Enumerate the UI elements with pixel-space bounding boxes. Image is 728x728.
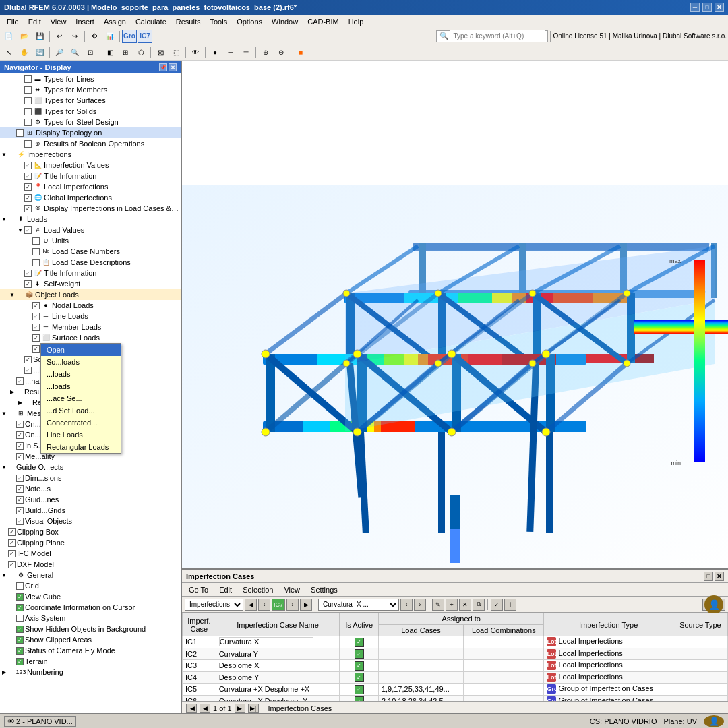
user-avatar[interactable]: 👤 bbox=[704, 715, 724, 727]
tree-coord-cursor[interactable]: Coordinate Information on Cursor bbox=[0, 602, 181, 613]
tree-loads[interactable]: ▼ ⬇ Loads bbox=[0, 214, 181, 224]
next-page-btn[interactable]: ▶ bbox=[235, 704, 245, 713]
info-btn[interactable]: i bbox=[504, 599, 516, 611]
open-btn[interactable]: 📂 bbox=[17, 30, 32, 43]
menu-edit[interactable]: Edit bbox=[24, 16, 45, 27]
load-del-btn[interactable]: ⊖ bbox=[274, 46, 289, 59]
tree-grid[interactable]: Grid bbox=[0, 580, 181, 591]
last-page-btn[interactable]: ▶| bbox=[248, 704, 259, 713]
minimize-btn[interactable]: ─ bbox=[690, 3, 700, 12]
tree-types-members[interactable]: ⬌ Types for Members bbox=[0, 84, 181, 95]
search-input[interactable] bbox=[450, 30, 545, 42]
tree-local-imperf[interactable]: 📍 Local Imperfections bbox=[0, 181, 181, 192]
tree-types-surfaces[interactable]: ⬜ Types for Surfaces bbox=[0, 95, 181, 106]
case-fwd-btn[interactable]: › bbox=[414, 599, 426, 611]
add-case-btn[interactable]: + bbox=[446, 599, 458, 611]
tree-self-weight[interactable]: ⬇ Self-weight bbox=[0, 278, 181, 289]
tree-title-info2[interactable]: 📝 Title Information bbox=[0, 268, 181, 278]
panel-menu-edit[interactable]: Edit bbox=[215, 584, 236, 595]
tree-visual-objects[interactable]: Visual Objects bbox=[0, 516, 181, 526]
tree-member-loads[interactable]: ═ Member Loads bbox=[0, 322, 181, 332]
ctx-ace-se[interactable]: ...ace Se... bbox=[41, 392, 121, 404]
tree-boolean-ops[interactable]: ⊕ Results of Boolean Operations bbox=[0, 138, 181, 149]
menu-tools[interactable]: Tools bbox=[206, 16, 231, 27]
filter-dropdown[interactable]: Imperfections bbox=[185, 599, 243, 611]
table-row-ic6[interactable]: IC6 Curvatura =X Desplome -X ✓ 2,10,18,2… bbox=[183, 695, 728, 701]
line-btn[interactable]: ─ bbox=[223, 46, 238, 59]
tree-title-info[interactable]: 📝 Title Information bbox=[0, 171, 181, 181]
menu-results[interactable]: Results bbox=[172, 16, 205, 27]
profile-btn[interactable]: 👤 bbox=[702, 599, 725, 611]
menu-window[interactable]: Window bbox=[268, 16, 302, 27]
tree-lc-desc[interactable]: 📋 Load Case Descriptions bbox=[0, 257, 181, 268]
active-ic-btn[interactable]: IC7 bbox=[272, 599, 285, 611]
tree-dimensions[interactable]: Dim...sions bbox=[0, 473, 181, 483]
panel-menu-goto[interactable]: Go To bbox=[185, 584, 212, 595]
select-btn[interactable]: ↖ bbox=[1, 46, 16, 59]
display-btn[interactable]: 👁 bbox=[188, 46, 203, 59]
tree-units[interactable]: U Units bbox=[0, 235, 181, 246]
nav-close-btn[interactable]: ✕ bbox=[169, 63, 177, 71]
tree-axis-system[interactable]: Axis System bbox=[0, 613, 181, 624]
tree-view-cube[interactable]: View Cube bbox=[0, 591, 181, 602]
menu-cad-bim[interactable]: CAD-BIM bbox=[303, 16, 342, 27]
next-btn[interactable]: ▶ bbox=[300, 599, 312, 611]
tree-types-steel[interactable]: ⚙ Types for Steel Design bbox=[0, 117, 181, 127]
ctx-so-loads[interactable]: So...loads bbox=[41, 356, 121, 368]
rotate-btn[interactable]: 🔄 bbox=[32, 46, 47, 59]
tree-line-loads[interactable]: ─ Line Loads bbox=[0, 311, 181, 322]
table-row-ic2[interactable]: IC2 Curvatura Y ✓ Lot Local Imperfection… bbox=[183, 648, 728, 660]
tree-imperf-values[interactable]: 📐 Imperfection Values bbox=[0, 160, 181, 171]
zoom-in-btn[interactable]: 🔎 bbox=[52, 46, 67, 59]
tree-guidlines[interactable]: Guid...nes bbox=[0, 494, 181, 505]
panel-menu-selection[interactable]: Selection bbox=[239, 584, 277, 595]
tree-types-solids[interactable]: ⬛ Types for Solids bbox=[0, 106, 181, 117]
prev-page-btn[interactable]: ◀ bbox=[200, 704, 210, 713]
move-btn[interactable]: ✋ bbox=[17, 46, 32, 59]
color-btn[interactable]: ■ bbox=[293, 46, 308, 59]
ctx-loads2[interactable]: ...loads bbox=[41, 380, 121, 392]
new-btn[interactable]: 📄 bbox=[1, 30, 16, 43]
tree-camera-mode[interactable]: Status of Camera Fly Mode bbox=[0, 645, 181, 656]
table-row-ic5[interactable]: IC5 Curvatura +X Desplome +X ✓ 1,9,17,25… bbox=[183, 684, 728, 696]
tree-numbering[interactable]: ▶ 123 Numbering bbox=[0, 667, 181, 677]
tree-surface-loads[interactable]: ⬜ Surface Loads bbox=[0, 332, 181, 343]
table-row-ic1[interactable]: IC1 ✓ Lot Local Imperfections bbox=[183, 636, 728, 648]
tree-types-lines[interactable]: ▬ Types for Lines bbox=[0, 73, 181, 84]
case-select[interactable]: Curvatura -X ... bbox=[318, 599, 399, 611]
calc-btn[interactable]: ⚙ bbox=[87, 30, 102, 43]
panel-float-btn[interactable]: □ bbox=[704, 572, 713, 581]
3d-view-btn[interactable]: ⬡ bbox=[133, 46, 148, 59]
fit-btn[interactable]: ⊡ bbox=[83, 46, 98, 59]
tree-guide-objects[interactable]: ▼ Guide O...ects bbox=[0, 462, 181, 473]
tree-show-clipped[interactable]: Show Clipped Areas bbox=[0, 634, 181, 645]
ctx-rect-loads[interactable]: Rectangular Loads bbox=[41, 441, 121, 453]
tree-lc-numbers[interactable]: № Load Case Numbers bbox=[0, 246, 181, 257]
ctx-set-loads[interactable]: ...d Set Load... bbox=[41, 404, 121, 417]
menu-insert[interactable]: Insert bbox=[71, 16, 98, 27]
edit-case-btn[interactable]: ✎ bbox=[432, 599, 444, 611]
menu-help[interactable]: Help bbox=[344, 16, 368, 27]
front-view-btn[interactable]: ◧ bbox=[102, 46, 117, 59]
case-back-btn[interactable]: ‹ bbox=[400, 599, 413, 611]
redo-btn[interactable]: ↪ bbox=[67, 30, 82, 43]
panel-close-btn[interactable]: ✕ bbox=[715, 572, 724, 581]
prev-btn[interactable]: ◀ bbox=[245, 599, 257, 611]
menu-assign[interactable]: Assign bbox=[100, 16, 130, 27]
nav-pin-btn[interactable]: 📌 bbox=[159, 63, 167, 71]
tree-display-imperf[interactable]: 👁 Display Imperfections in Load Cases & … bbox=[0, 203, 181, 214]
del-case-btn[interactable]: ✕ bbox=[459, 599, 471, 611]
tree-clipping-plane[interactable]: Clipping Plane bbox=[0, 537, 181, 548]
menu-calculate[interactable]: Calculate bbox=[131, 16, 171, 27]
zoom-out-btn[interactable]: 🔍 bbox=[67, 46, 82, 59]
tree-imperfections[interactable]: ▼ ⚡ Imperfections bbox=[0, 149, 181, 160]
view-tab[interactable]: 👁 2 - PLANO VID... bbox=[4, 716, 76, 727]
undo-btn[interactable]: ↩ bbox=[52, 30, 67, 43]
close-btn[interactable]: ✕ bbox=[715, 3, 724, 12]
tree-terrain[interactable]: Terrain bbox=[0, 656, 181, 667]
load-add-btn[interactable]: ⊕ bbox=[258, 46, 273, 59]
tree-nodal-loads[interactable]: ● Nodal Loads bbox=[0, 300, 181, 311]
tree-object-loads[interactable]: ▼ 📦 Object Loads bbox=[0, 289, 181, 300]
tree-load-values[interactable]: ▼ # Load Values bbox=[0, 224, 181, 235]
ctx-concentrated[interactable]: Concentrated... bbox=[41, 417, 121, 429]
